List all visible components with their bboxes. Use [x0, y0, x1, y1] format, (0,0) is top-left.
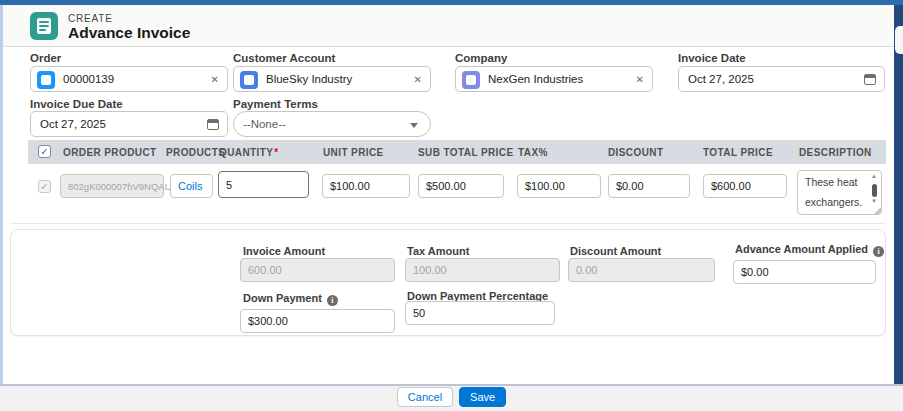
info-icon[interactable]: i [327, 295, 338, 306]
customer-account-value: BlueSky Industry [266, 73, 352, 85]
account-object-icon [240, 71, 258, 89]
customer-account-clear-icon[interactable]: ✕ [414, 74, 422, 85]
discount-input[interactable]: $0.00 [608, 174, 690, 198]
order-object-icon [37, 71, 55, 89]
down-payment-input[interactable]: $300.00 [240, 309, 395, 333]
payment-terms-label: Payment Terms [233, 98, 318, 110]
col-description: DESCRIPTION [799, 147, 872, 158]
payment-terms-value: --None-- [243, 118, 286, 130]
tax-amount-input: 100.00 [405, 258, 560, 282]
company-pill[interactable]: NexGen Industries ✕ [455, 66, 653, 92]
create-eyebrow: CREATE [68, 13, 113, 24]
advance-amount-applied-label: Advance Amount Applied i [735, 243, 884, 257]
row-checkbox: ✓ [38, 180, 51, 193]
company-object-icon [462, 71, 480, 89]
product-link-box[interactable]: Coils [170, 174, 213, 198]
chevron-down-icon [410, 123, 418, 128]
description-line-1: These heat [805, 176, 858, 188]
order-glyph [41, 75, 51, 85]
scroll-up-icon[interactable]: ▲ [871, 173, 877, 179]
col-quantity: QUANTITY* [219, 147, 279, 158]
info-icon[interactable]: i [873, 246, 884, 257]
description-line-2: exchangers. [805, 196, 862, 208]
customer-account-pill[interactable]: BlueSky Industry ✕ [233, 66, 431, 92]
company-clear-icon[interactable]: ✕ [636, 74, 644, 85]
page-title: Advance Invoice [68, 24, 190, 42]
company-value: NexGen Industries [488, 73, 583, 85]
payment-terms-select[interactable]: --None-- [233, 111, 431, 137]
invoice-date-value: Oct 27, 2025 [688, 73, 754, 85]
total-price-input[interactable]: $600.00 [703, 174, 787, 198]
scrollbar-thumb[interactable] [872, 184, 877, 197]
tax-input[interactable]: $100.00 [517, 174, 601, 198]
product-link[interactable]: Coils [178, 180, 202, 192]
calendar-icon[interactable] [207, 119, 219, 130]
col-tax: TAX% [518, 147, 548, 158]
down-payment-percentage-input[interactable]: 50 [405, 301, 555, 325]
order-clear-icon[interactable]: ✕ [211, 74, 219, 85]
discount-amount-label: Discount Amount [570, 245, 661, 257]
company-label: Company [455, 52, 507, 64]
create-advance-invoice-screen: CREATE Advance Invoice Order Customer Ac… [0, 0, 903, 411]
col-unit-price: UNIT PRICE [323, 147, 384, 158]
order-product-input: 802gK000007hV9NQAU [60, 174, 164, 198]
col-total-price: TOTAL PRICE [703, 147, 773, 158]
scroll-down-icon[interactable]: ▼ [871, 198, 877, 204]
col-products: PRODUCTS [166, 147, 225, 158]
order-pill[interactable]: 00000139 ✕ [30, 66, 228, 92]
col-order-product: ORDER PRODUCT [63, 147, 157, 158]
col-discount: DISCOUNT [608, 147, 663, 158]
advance-invoice-icon [30, 12, 58, 40]
customer-account-label: Customer Account [233, 52, 335, 64]
unit-price-input[interactable]: $100.00 [322, 174, 410, 198]
invoice-date-label: Invoice Date [678, 52, 746, 64]
resize-grip[interactable] [874, 207, 881, 214]
cancel-button[interactable]: Cancel [397, 387, 453, 407]
calendar-icon[interactable] [864, 74, 876, 85]
quantity-input[interactable]: 5 [218, 171, 309, 198]
invoice-due-date-label: Invoice Due Date [30, 98, 123, 110]
company-glyph [466, 75, 476, 85]
account-glyph [244, 75, 254, 85]
order-value: 00000139 [63, 73, 114, 85]
order-label: Order [30, 52, 61, 64]
required-asterisk: * [274, 147, 278, 158]
invoice-due-date-input[interactable]: Oct 27, 2025 [30, 111, 228, 137]
save-button[interactable]: Save [459, 387, 506, 407]
invoice-amount-input: 600.00 [240, 258, 395, 282]
invoice-date-input[interactable]: Oct 27, 2025 [678, 66, 885, 92]
tax-amount-label: Tax Amount [407, 245, 469, 257]
invoice-amount-label: Invoice Amount [243, 245, 325, 257]
footer-actions: Cancel Save [0, 387, 903, 407]
discount-amount-input: 0.00 [568, 258, 715, 282]
down-payment-label: Down Payment i [243, 292, 338, 306]
sub-total-price-input[interactable]: $500.00 [418, 174, 504, 198]
section-divider [10, 223, 886, 224]
col-sub-total-price: SUB TOTAL PRICE [418, 147, 513, 158]
invoice-due-date-value: Oct 27, 2025 [40, 118, 106, 130]
clipboard-icon [37, 18, 51, 34]
advance-amount-applied-input[interactable]: $0.00 [733, 260, 876, 284]
description-textarea[interactable]: These heat exchangers. ▲ ▼ [797, 170, 882, 215]
select-all-checkbox[interactable]: ✓ [38, 145, 51, 158]
